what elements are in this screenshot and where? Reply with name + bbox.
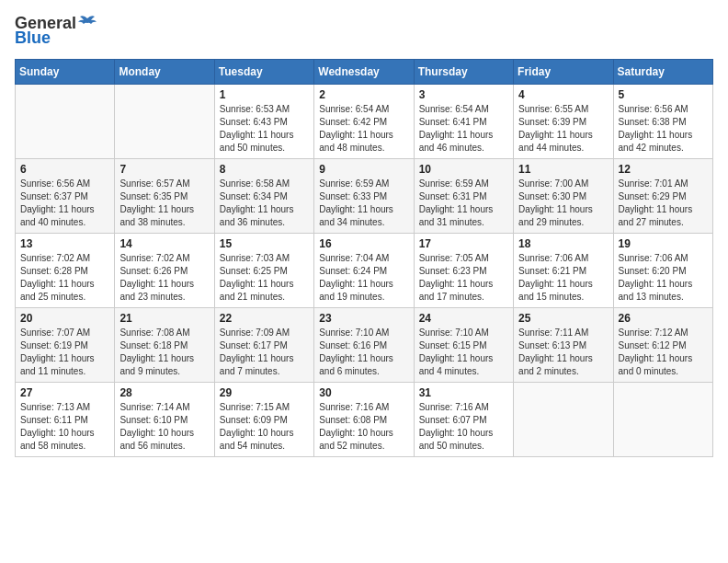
calendar-cell: 21Sunrise: 7:08 AM Sunset: 6:18 PM Dayli…	[115, 307, 214, 382]
calendar-cell	[613, 382, 712, 456]
day-info: Sunrise: 7:10 AM Sunset: 6:16 PM Dayligh…	[319, 327, 408, 378]
weekday-header-saturday: Saturday	[613, 59, 712, 84]
day-number: 30	[319, 386, 408, 399]
calendar-week-3: 13Sunrise: 7:02 AM Sunset: 6:28 PM Dayli…	[16, 233, 713, 307]
calendar-week-1: 1Sunrise: 6:53 AM Sunset: 6:43 PM Daylig…	[16, 84, 713, 158]
weekday-header-row: SundayMondayTuesdayWednesdayThursdayFrid…	[16, 59, 713, 84]
day-number: 7	[119, 163, 209, 176]
calendar-cell: 4Sunrise: 6:55 AM Sunset: 6:39 PM Daylig…	[514, 84, 613, 158]
day-info: Sunrise: 7:03 AM Sunset: 6:25 PM Dayligh…	[220, 252, 309, 304]
calendar-cell: 13Sunrise: 7:02 AM Sunset: 6:28 PM Dayli…	[16, 233, 115, 307]
day-number: 1	[220, 88, 309, 101]
weekday-header-monday: Monday	[115, 59, 214, 84]
day-number: 2	[319, 88, 408, 101]
calendar-cell: 28Sunrise: 7:14 AM Sunset: 6:10 PM Dayli…	[115, 382, 214, 456]
day-info: Sunrise: 7:00 AM Sunset: 6:30 PM Dayligh…	[518, 178, 608, 229]
calendar-cell: 22Sunrise: 7:09 AM Sunset: 6:17 PM Dayli…	[214, 307, 313, 382]
calendar-cell: 10Sunrise: 6:59 AM Sunset: 6:31 PM Dayli…	[414, 158, 513, 233]
calendar-week-2: 6Sunrise: 6:56 AM Sunset: 6:37 PM Daylig…	[16, 158, 713, 233]
day-info: Sunrise: 6:54 AM Sunset: 6:42 PM Dayligh…	[319, 103, 408, 155]
day-number: 8	[220, 163, 309, 176]
day-info: Sunrise: 7:02 AM Sunset: 6:26 PM Dayligh…	[119, 252, 209, 304]
calendar-cell: 6Sunrise: 6:56 AM Sunset: 6:37 PM Daylig…	[16, 158, 115, 233]
day-info: Sunrise: 6:57 AM Sunset: 6:35 PM Dayligh…	[119, 178, 209, 229]
day-info: Sunrise: 7:07 AM Sunset: 6:19 PM Dayligh…	[20, 327, 109, 378]
day-info: Sunrise: 7:05 AM Sunset: 6:23 PM Dayligh…	[419, 252, 508, 304]
day-number: 15	[220, 237, 309, 250]
logo-bird-icon	[78, 15, 97, 29]
calendar-cell: 19Sunrise: 7:06 AM Sunset: 6:20 PM Dayli…	[613, 233, 712, 307]
calendar-week-5: 27Sunrise: 7:13 AM Sunset: 6:11 PM Dayli…	[16, 382, 713, 456]
day-number: 17	[419, 237, 508, 250]
day-info: Sunrise: 7:09 AM Sunset: 6:17 PM Dayligh…	[220, 327, 309, 378]
day-info: Sunrise: 7:01 AM Sunset: 6:29 PM Dayligh…	[619, 178, 708, 229]
day-number: 12	[619, 163, 708, 176]
calendar-cell: 8Sunrise: 6:58 AM Sunset: 6:34 PM Daylig…	[214, 158, 313, 233]
calendar-cell: 25Sunrise: 7:11 AM Sunset: 6:13 PM Dayli…	[514, 307, 613, 382]
day-info: Sunrise: 7:04 AM Sunset: 6:24 PM Dayligh…	[319, 252, 408, 304]
day-number: 13	[20, 237, 109, 250]
weekday-header-wednesday: Wednesday	[314, 59, 414, 84]
day-info: Sunrise: 7:02 AM Sunset: 6:28 PM Dayligh…	[20, 252, 109, 304]
day-number: 3	[419, 88, 508, 101]
calendar-cell: 27Sunrise: 7:13 AM Sunset: 6:11 PM Dayli…	[16, 382, 115, 456]
calendar-cell: 2Sunrise: 6:54 AM Sunset: 6:42 PM Daylig…	[314, 84, 414, 158]
day-number: 6	[20, 163, 109, 176]
day-info: Sunrise: 6:58 AM Sunset: 6:34 PM Dayligh…	[220, 178, 309, 229]
day-number: 28	[119, 386, 209, 399]
day-info: Sunrise: 6:54 AM Sunset: 6:41 PM Dayligh…	[419, 103, 508, 155]
calendar-cell: 1Sunrise: 6:53 AM Sunset: 6:43 PM Daylig…	[214, 84, 313, 158]
weekday-header-thursday: Thursday	[414, 59, 513, 84]
day-number: 21	[119, 312, 209, 325]
day-info: Sunrise: 7:06 AM Sunset: 6:21 PM Dayligh…	[518, 252, 608, 304]
day-number: 4	[518, 88, 608, 101]
day-number: 14	[119, 237, 209, 250]
logo: General Blue	[15, 15, 97, 48]
calendar-cell	[115, 84, 214, 158]
calendar-cell: 17Sunrise: 7:05 AM Sunset: 6:23 PM Dayli…	[414, 233, 513, 307]
day-info: Sunrise: 6:59 AM Sunset: 6:33 PM Dayligh…	[319, 178, 408, 229]
day-number: 19	[619, 237, 708, 250]
day-number: 27	[20, 386, 109, 399]
day-info: Sunrise: 7:14 AM Sunset: 6:10 PM Dayligh…	[119, 401, 209, 453]
day-info: Sunrise: 6:56 AM Sunset: 6:38 PM Dayligh…	[619, 103, 708, 155]
day-info: Sunrise: 7:16 AM Sunset: 6:08 PM Dayligh…	[319, 401, 408, 453]
day-info: Sunrise: 6:55 AM Sunset: 6:39 PM Dayligh…	[518, 103, 608, 155]
calendar-cell: 31Sunrise: 7:16 AM Sunset: 6:07 PM Dayli…	[414, 382, 513, 456]
day-info: Sunrise: 6:53 AM Sunset: 6:43 PM Dayligh…	[220, 103, 309, 155]
calendar-week-4: 20Sunrise: 7:07 AM Sunset: 6:19 PM Dayli…	[16, 307, 713, 382]
day-number: 18	[518, 237, 608, 250]
day-info: Sunrise: 6:59 AM Sunset: 6:31 PM Dayligh…	[419, 178, 508, 229]
day-info: Sunrise: 7:12 AM Sunset: 6:12 PM Dayligh…	[619, 327, 708, 378]
calendar-cell: 16Sunrise: 7:04 AM Sunset: 6:24 PM Dayli…	[314, 233, 414, 307]
day-info: Sunrise: 7:16 AM Sunset: 6:07 PM Dayligh…	[419, 401, 508, 453]
day-number: 22	[220, 312, 309, 325]
day-info: Sunrise: 7:13 AM Sunset: 6:11 PM Dayligh…	[20, 401, 109, 453]
day-number: 29	[220, 386, 309, 399]
day-info: Sunrise: 7:15 AM Sunset: 6:09 PM Dayligh…	[220, 401, 309, 453]
logo-blue-text: Blue	[15, 29, 51, 48]
calendar-cell: 23Sunrise: 7:10 AM Sunset: 6:16 PM Dayli…	[314, 307, 414, 382]
day-info: Sunrise: 7:08 AM Sunset: 6:18 PM Dayligh…	[119, 327, 209, 378]
calendar-cell: 29Sunrise: 7:15 AM Sunset: 6:09 PM Dayli…	[214, 382, 313, 456]
day-number: 23	[319, 312, 408, 325]
day-number: 24	[419, 312, 508, 325]
day-number: 31	[419, 386, 508, 399]
weekday-header-tuesday: Tuesday	[214, 59, 313, 84]
day-info: Sunrise: 7:11 AM Sunset: 6:13 PM Dayligh…	[518, 327, 608, 378]
page-header: General Blue	[15, 15, 713, 48]
calendar-cell: 12Sunrise: 7:01 AM Sunset: 6:29 PM Dayli…	[613, 158, 712, 233]
calendar-cell: 3Sunrise: 6:54 AM Sunset: 6:41 PM Daylig…	[414, 84, 513, 158]
day-number: 11	[518, 163, 608, 176]
calendar-cell: 7Sunrise: 6:57 AM Sunset: 6:35 PM Daylig…	[115, 158, 214, 233]
day-info: Sunrise: 7:06 AM Sunset: 6:20 PM Dayligh…	[619, 252, 708, 304]
weekday-header-sunday: Sunday	[16, 59, 115, 84]
day-number: 5	[619, 88, 708, 101]
calendar-cell: 11Sunrise: 7:00 AM Sunset: 6:30 PM Dayli…	[514, 158, 613, 233]
day-info: Sunrise: 6:56 AM Sunset: 6:37 PM Dayligh…	[20, 178, 109, 229]
calendar-cell: 20Sunrise: 7:07 AM Sunset: 6:19 PM Dayli…	[16, 307, 115, 382]
calendar-cell: 5Sunrise: 6:56 AM Sunset: 6:38 PM Daylig…	[613, 84, 712, 158]
calendar-cell: 14Sunrise: 7:02 AM Sunset: 6:26 PM Dayli…	[115, 233, 214, 307]
calendar-cell	[16, 84, 115, 158]
day-number: 25	[518, 312, 608, 325]
